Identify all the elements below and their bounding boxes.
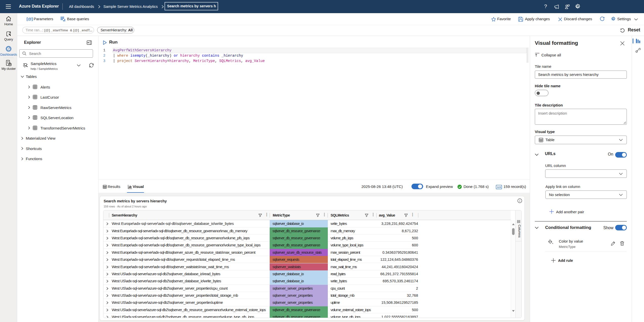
svg-text:123: 123 bbox=[497, 186, 501, 188]
